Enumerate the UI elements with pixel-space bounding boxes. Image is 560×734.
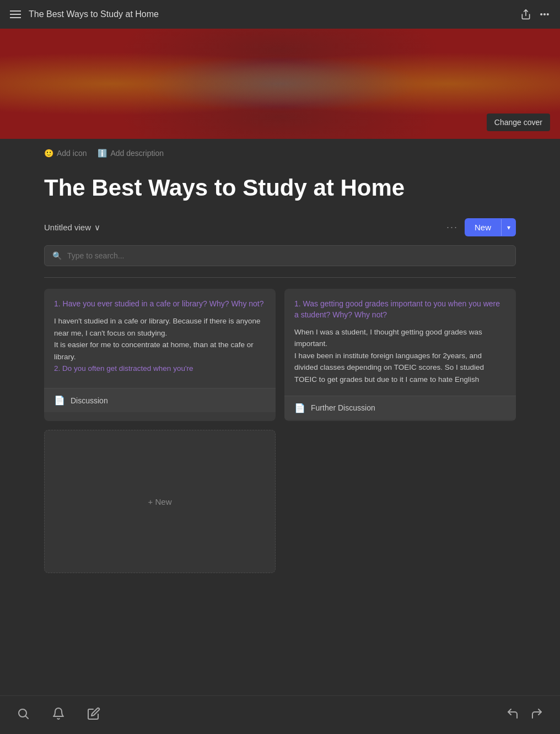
- top-bar-title: The Best Ways to Study at Home: [29, 9, 159, 19]
- meta-actions: 🙂 Add icon ℹ️ Add description: [44, 139, 516, 163]
- card-1-body: I haven't studied in a cafe or library. …: [54, 315, 266, 375]
- card-1-content: 1. Have you ever studied in a cafe or li…: [44, 289, 276, 388]
- card-discussion[interactable]: 1. Have you ever studied in a cafe or li…: [44, 289, 276, 421]
- top-bar: The Best Ways to Study at Home: [0, 0, 560, 29]
- back-button[interactable]: [506, 707, 519, 724]
- cover-pattern: [0, 29, 560, 139]
- bottom-nav: [0, 695, 560, 734]
- new-dropdown-button[interactable]: ▾: [501, 219, 516, 236]
- svg-point-1: [544, 14, 546, 15]
- card-1-footer: 📄 Discussion: [44, 388, 276, 412]
- card-2-footer: 📄 Further Discussion: [284, 396, 516, 420]
- card-1-question: 1. Have you ever studied in a cafe or li…: [54, 299, 266, 310]
- search-bar: 🔍: [44, 245, 516, 266]
- add-new-button[interactable]: + New: [148, 497, 172, 506]
- add-icon-button[interactable]: 🙂 Add icon: [44, 149, 87, 158]
- card-further-discussion[interactable]: 1. Was getting good grades important to …: [284, 289, 516, 421]
- search-input[interactable]: [67, 251, 508, 260]
- card-2-body: When I was a student, I thought getting …: [294, 326, 506, 386]
- edit-button[interactable]: [87, 707, 100, 724]
- bottom-nav-left: [17, 707, 100, 724]
- new-main-button[interactable]: New: [465, 218, 501, 236]
- page-content: 🙂 Add icon ℹ️ Add description The Best W…: [0, 139, 560, 573]
- top-bar-left: The Best Ways to Study at Home: [10, 9, 159, 19]
- more-options-button[interactable]: [539, 9, 550, 20]
- svg-line-4: [26, 716, 28, 718]
- view-right: ··· New ▾: [446, 218, 516, 236]
- cards-grid: 1. Have you ever studied in a cafe or li…: [44, 289, 516, 573]
- menu-button[interactable]: [10, 10, 21, 18]
- view-more-button[interactable]: ···: [446, 222, 458, 233]
- bell-button[interactable]: [52, 707, 65, 724]
- document-icon: 📄: [54, 395, 65, 406]
- forward-button[interactable]: [530, 707, 543, 724]
- info-icon: ℹ️: [98, 149, 107, 158]
- view-controls: Untitled view ∨ ··· New ▾: [44, 218, 516, 236]
- add-description-button[interactable]: ℹ️ Add description: [98, 149, 164, 158]
- view-name-button[interactable]: Untitled view ∨: [44, 223, 100, 233]
- chevron-down-icon: ∨: [94, 223, 100, 233]
- card-2-content: 1. Was getting good grades important to …: [284, 289, 516, 395]
- new-button-group: New ▾: [465, 218, 516, 236]
- empty-card: + New: [44, 430, 276, 573]
- search-button[interactable]: [17, 707, 30, 724]
- document-icon-2: 📄: [294, 403, 305, 413]
- cover-image: Change cover: [0, 29, 560, 139]
- svg-point-3: [19, 709, 26, 717]
- card-2-question: 1. Was getting good grades important to …: [294, 299, 506, 320]
- bottom-nav-right: [506, 707, 543, 724]
- card-1-footer-label: Discussion: [71, 396, 108, 405]
- svg-point-0: [541, 14, 542, 15]
- search-icon: 🔍: [52, 251, 62, 260]
- change-cover-button[interactable]: Change cover: [487, 114, 550, 131]
- divider: [44, 277, 516, 278]
- svg-point-2: [547, 14, 549, 15]
- top-bar-right: [520, 9, 550, 20]
- share-button[interactable]: [520, 9, 531, 20]
- page-title: The Best Ways to Study at Home: [44, 174, 516, 202]
- card-2-footer-label: Further Discussion: [311, 403, 375, 412]
- emoji-icon: 🙂: [44, 149, 53, 158]
